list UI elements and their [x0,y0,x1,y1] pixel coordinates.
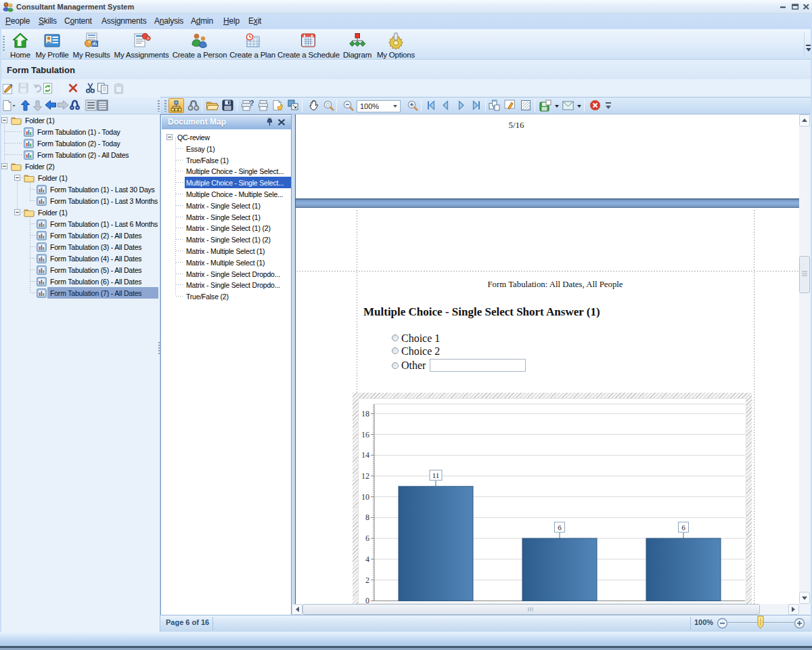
svg-text:12: 12 [361,471,369,481]
svg-text:8: 8 [365,513,369,522]
svg-text:2: 2 [365,576,369,585]
svg-text:14: 14 [361,450,369,460]
svg-text:6: 6 [365,534,369,543]
svg-text:18: 18 [361,409,369,418]
svg-text:4: 4 [365,555,369,564]
svg-text:?: ? [250,100,254,107]
svg-text:6: 6 [558,523,562,532]
svg-text:16: 16 [361,430,369,439]
svg-text:0: 0 [365,596,369,604]
svg-text:10: 10 [361,492,369,502]
svg-text:11: 11 [432,471,440,479]
svg-text:6: 6 [681,523,685,532]
